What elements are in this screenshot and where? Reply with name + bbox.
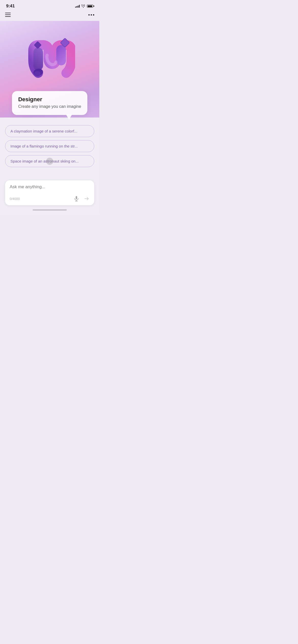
signal-icon [75, 5, 80, 8]
svg-rect-0 [33, 48, 43, 70]
input-box: 0/4000 [5, 180, 94, 205]
battery-icon [87, 5, 93, 8]
microphone-button[interactable] [73, 196, 79, 202]
more-options-button[interactable] [88, 14, 94, 16]
hamburger-menu-icon[interactable] [5, 13, 11, 17]
input-area: 0/4000 [5, 176, 94, 207]
send-button[interactable] [84, 196, 90, 202]
screen: 9:41 [0, 0, 99, 215]
app-subtitle: Create any image you can imagine [18, 104, 81, 109]
svg-point-3 [34, 71, 41, 76]
suggestion-1[interactable]: A claymation image of a serene colorf... [5, 125, 94, 137]
wifi-icon [81, 5, 85, 8]
hero-area: Designer Create any image you can imagin… [0, 21, 99, 118]
message-input[interactable] [10, 184, 90, 192]
send-icon [84, 196, 90, 202]
suggestions-list: A claymation image of a serene colorf...… [5, 125, 94, 167]
status-time: 9:41 [6, 4, 15, 9]
nav-bar [0, 11, 99, 21]
svg-rect-7 [76, 196, 77, 199]
input-actions [73, 196, 90, 202]
microphone-icon [73, 196, 79, 202]
designer-icon [24, 31, 75, 82]
status-bar: 9:41 [0, 0, 99, 11]
app-title: Designer [18, 96, 81, 103]
char-count: 0/4000 [10, 197, 20, 201]
suggestion-2-text: Image of a flamingo running on the str..… [10, 144, 78, 148]
suggestion-3[interactable]: Space image of an astronaut skiing on... [5, 155, 94, 167]
home-indicator [0, 207, 99, 215]
suggestion-1-text: A claymation image of a serene colorf... [10, 129, 77, 133]
bottom-area: A claymation image of a serene colorf...… [0, 118, 99, 207]
suggestion-3-text: Space image of an astronaut skiing on... [10, 159, 79, 163]
suggestion-2[interactable]: Image of a flamingo running on the str..… [5, 140, 94, 152]
status-icons [75, 5, 93, 8]
speech-bubble: Designer Create any image you can imagin… [12, 91, 87, 115]
svg-rect-1 [56, 45, 66, 65]
app-icon [22, 26, 78, 87]
